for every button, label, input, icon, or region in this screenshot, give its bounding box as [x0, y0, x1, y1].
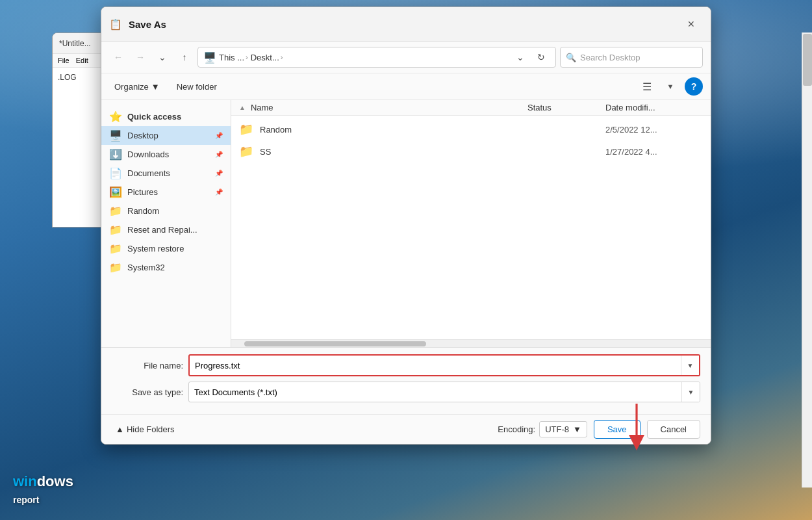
sidebar-item-pictures[interactable]: 🖼️ Pictures 📌	[101, 183, 231, 202]
address-part-2: Deskt... ›	[251, 53, 283, 62]
file-name-cell: Random	[260, 125, 514, 135]
pin-icon-desktop: 📌	[215, 132, 223, 139]
file-type-input-wrapper[interactable]: ▼	[188, 382, 700, 402]
col-date-header[interactable]: Date modifi...	[605, 103, 703, 112]
dialog-title-text: Save As	[129, 19, 676, 30]
file-type-dropdown-button[interactable]: ▼	[681, 382, 700, 402]
folder-icon: 📁	[239, 144, 253, 159]
file-name-row: File name: ▼	[112, 354, 700, 376]
folder-icon-sys32: 📁	[109, 261, 122, 274]
file-name-label: File name:	[112, 361, 183, 370]
folder-icon: 📁	[239, 122, 253, 136]
pin-icon-pictures: 📌	[215, 188, 223, 196]
dialog-form: File name: ▼ Save as type: ▼	[101, 347, 711, 414]
file-name-cell: SS	[260, 147, 514, 157]
table-row[interactable]: 📁 SS 1/27/2022 4...	[231, 140, 711, 162]
desktop-icon: 🖥️	[109, 129, 122, 142]
search-bar[interactable]: 🔍 Search Desktop	[560, 47, 703, 68]
nav-forward-button[interactable]: →	[131, 48, 149, 66]
organize-dropdown-icon: ▼	[151, 82, 160, 92]
dialog-content: ⭐ Quick access 🖥️ Desktop 📌 ⬇️ Downloads…	[101, 100, 711, 347]
hide-folders-label: Hide Folders	[127, 424, 175, 434]
file-name-input[interactable]	[190, 358, 681, 374]
new-folder-button[interactable]: New folder	[170, 79, 223, 94]
address-part-1: This ... ›	[219, 53, 248, 62]
encoding-group: Encoding: UTF-8 ▼	[498, 421, 587, 437]
cancel-button[interactable]: Cancel	[647, 420, 700, 439]
sidebar-item-desktop[interactable]: 🖥️ Desktop 📌	[101, 126, 231, 145]
file-type-input[interactable]	[189, 384, 681, 400]
search-icon: 🔍	[566, 53, 576, 62]
file-type-row: Save as type: ▼	[112, 382, 700, 402]
organize-button[interactable]: Organize ▼	[109, 79, 165, 94]
file-list-header: ▲ Name Status Date modifi...	[231, 100, 711, 116]
dialog-titlebar: 📋 Save As ✕	[101, 7, 711, 42]
pictures-icon: 🖼️	[109, 186, 122, 198]
sidebar-item-system-restore[interactable]: 📁 System restore	[101, 239, 231, 258]
sidebar-sysrestore-label: System restore	[127, 244, 184, 254]
star-icon: ⭐	[109, 110, 122, 123]
address-dropdown-button[interactable]: ⌄	[511, 48, 529, 66]
downloads-icon: ⬇️	[109, 148, 122, 161]
sidebar-item-reset-repair[interactable]: 📁 Reset and Repai...	[101, 220, 231, 239]
save-button[interactable]: Save	[594, 420, 641, 439]
documents-icon: 📄	[109, 167, 122, 179]
sidebar-pictures-label: Pictures	[127, 187, 158, 197]
encoding-label: Encoding:	[498, 424, 535, 434]
folder-icon-reset: 📁	[109, 224, 122, 236]
sidebar-sys32-label: System32	[127, 263, 165, 272]
save-as-dialog: 📋 Save As ✕ ← → ⌄ ↑ 🖥️ This ... › Deskt.…	[101, 6, 711, 445]
file-list-area: ▲ Name Status Date modifi... 📁 Random 2/…	[231, 100, 711, 347]
help-button[interactable]: ?	[685, 77, 703, 96]
dialog-title-icon: 📋	[109, 18, 122, 31]
sidebar-desktop-label: Desktop	[127, 131, 159, 140]
hide-folders-button[interactable]: ▲ Hide Folders	[112, 422, 179, 437]
col-name-header[interactable]: Name	[251, 103, 527, 112]
file-name-input-wrapper[interactable]: ▼	[188, 354, 700, 376]
sidebar-item-downloads[interactable]: ⬇️ Downloads 📌	[101, 145, 231, 164]
sidebar-downloads-label: Downloads	[127, 150, 169, 159]
sidebar-reset-label: Reset and Repai...	[127, 225, 197, 235]
col-status-header[interactable]: Status	[527, 103, 605, 112]
dialog-overlay: 📋 Save As ✕ ← → ⌄ ↑ 🖥️ This ... › Deskt.…	[0, 0, 812, 520]
sidebar-documents-label: Documents	[127, 168, 170, 178]
file-name-dropdown-button[interactable]: ▼	[681, 356, 699, 375]
sidebar-item-system32[interactable]: 📁 System32	[101, 258, 231, 277]
sidebar-random-label: Random	[127, 206, 159, 216]
sidebar-item-documents[interactable]: 📄 Documents 📌	[101, 164, 231, 183]
file-date-cell: 1/27/2022 4...	[605, 147, 703, 157]
dialog-close-button[interactable]: ✕	[682, 15, 700, 33]
sidebar-item-random[interactable]: 📁 Random	[101, 202, 231, 220]
dialog-nav-toolbar: ← → ⌄ ↑ 🖥️ This ... › Deskt... › ⌄ ↻ 🔍 S…	[101, 42, 711, 73]
nav-dropdown-button[interactable]: ⌄	[153, 48, 171, 66]
horizontal-scrollbar[interactable]	[231, 339, 711, 347]
table-row[interactable]: 📁 Random 2/5/2022 12...	[231, 118, 711, 140]
hscroll-thumb[interactable]	[244, 341, 426, 346]
file-date-cell: 2/5/2022 12...	[605, 125, 703, 135]
view-dropdown-button[interactable]: ▼	[661, 77, 679, 96]
address-refresh-button[interactable]: ↻	[532, 48, 550, 66]
search-placeholder: Search Desktop	[580, 53, 641, 62]
hide-folders-arrow: ▲	[116, 424, 124, 434]
address-bar[interactable]: 🖥️ This ... › Deskt... › ⌄ ↻	[197, 47, 556, 68]
folder-icon-sysrestore: 📁	[109, 242, 122, 255]
view-options-button[interactable]: ☰	[638, 77, 656, 96]
col-sort-arrow: ▲	[239, 104, 246, 111]
dialog-actionbar: Organize ▼ New folder ☰ ▼ ?	[101, 73, 711, 100]
sidebar: ⭐ Quick access 🖥️ Desktop 📌 ⬇️ Downloads…	[101, 100, 231, 347]
sidebar-quick-access-label: Quick access	[127, 112, 181, 122]
nav-back-button[interactable]: ←	[109, 48, 127, 66]
file-type-label: Save as type:	[112, 387, 183, 397]
file-list: 📁 Random 2/5/2022 12... 📁 SS 1/27/2022 4…	[231, 116, 711, 339]
organize-label: Organize	[114, 82, 149, 92]
folder-icon-random: 📁	[109, 205, 122, 217]
encoding-dropdown-icon: ▼	[573, 424, 581, 434]
nav-up-button[interactable]: ↑	[175, 48, 194, 66]
encoding-value: UTF-8	[545, 424, 569, 434]
pin-icon-downloads: 📌	[215, 151, 223, 158]
dialog-footer: ▲ Hide Folders Encoding: UTF-8 ▼ Save Ca…	[101, 414, 711, 444]
pin-icon-documents: 📌	[215, 170, 223, 177]
sidebar-quick-access: ⭐ Quick access	[101, 105, 231, 126]
encoding-select[interactable]: UTF-8 ▼	[539, 421, 587, 437]
